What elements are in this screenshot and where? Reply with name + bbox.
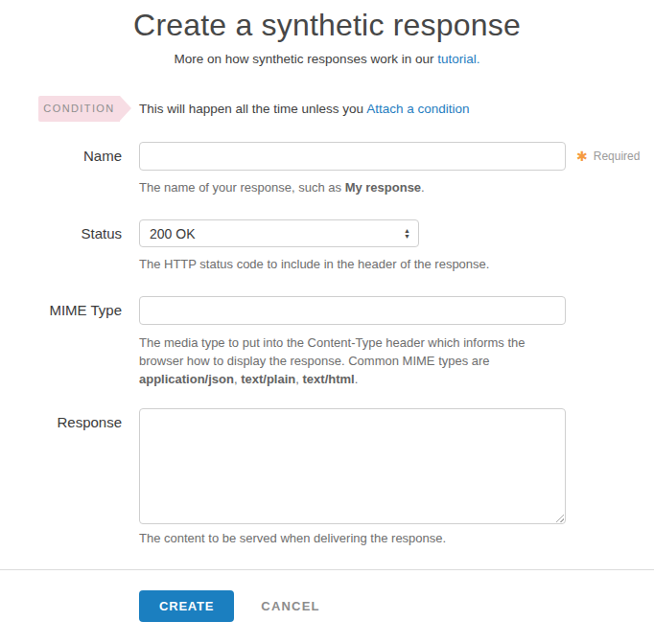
condition-text: This will happen all the time unless you… [139, 102, 469, 116]
mime-type-help: The media type to put into the Content-T… [139, 334, 566, 388]
status-field-row: Status 200 OK ▲ ▼ The HTTP status code t… [0, 219, 654, 273]
response-textarea[interactable] [139, 408, 566, 524]
condition-badge: CONDITION [38, 96, 120, 122]
mime-type-field-row: MIME Type The media type to put into the… [0, 296, 654, 388]
mime-help-line3: application/json, text/plain, text/html. [139, 370, 566, 388]
status-help: The HTTP status code to include in the h… [139, 256, 489, 273]
name-field-row: Name The name of your response, such as … [0, 142, 654, 196]
name-help: The name of your response, such as My re… [139, 179, 566, 196]
footer-divider [0, 569, 654, 570]
response-help: The content to be served when delivering… [139, 530, 566, 547]
cancel-button[interactable]: CANCEL [261, 599, 319, 613]
name-help-text: The name of your response, such as [139, 180, 345, 195]
subtitle-text: More on how synthetic responses work in … [175, 52, 438, 66]
required-asterisk-icon: ✱ [576, 149, 588, 164]
page-title: Create a synthetic response [0, 8, 654, 42]
attach-condition-link[interactable]: Attach a condition [366, 102, 469, 116]
tutorial-link[interactable]: tutorial [437, 52, 477, 66]
mime-help-bold-html: text/html [303, 372, 355, 386]
mime-type-label: MIME Type [0, 296, 122, 325]
mime-type-input[interactable] [139, 296, 566, 325]
subtitle-period: . [477, 52, 480, 66]
required-label: Required [594, 150, 641, 163]
name-input[interactable] [139, 142, 566, 171]
status-label: Status [0, 219, 122, 248]
status-select[interactable]: 200 OK [139, 219, 419, 247]
create-synthetic-response-page: Create a synthetic response More on how … [0, 0, 654, 644]
name-help-bold: My response [345, 180, 421, 195]
condition-text-label: This will happen all the time unless you [139, 102, 366, 116]
response-label: Response [0, 408, 122, 432]
status-select-wrap: 200 OK ▲ ▼ [139, 219, 419, 247]
mime-help-sep2: , [295, 372, 302, 386]
mime-help-bold-json: application/json [139, 372, 234, 386]
condition-row: CONDITION This will happen all the time … [38, 96, 654, 122]
create-button[interactable]: CREATE [139, 590, 234, 622]
response-field-row: Response The content to be served when d… [0, 408, 654, 547]
required-indicator: ✱ Required [576, 142, 640, 171]
name-label: Name [0, 142, 122, 171]
mime-help-period: . [355, 372, 359, 386]
response-textarea-wrap [139, 408, 566, 524]
mime-help-bold-plain: text/plain [241, 372, 295, 386]
mime-help-line1: The media type to put into the Content-T… [139, 334, 566, 352]
name-help-period: . [421, 180, 425, 195]
mime-help-line2: browser how to display the response. Com… [139, 352, 566, 370]
subtitle: More on how synthetic responses work in … [0, 52, 654, 67]
form-actions: CREATE CANCEL [139, 590, 654, 622]
